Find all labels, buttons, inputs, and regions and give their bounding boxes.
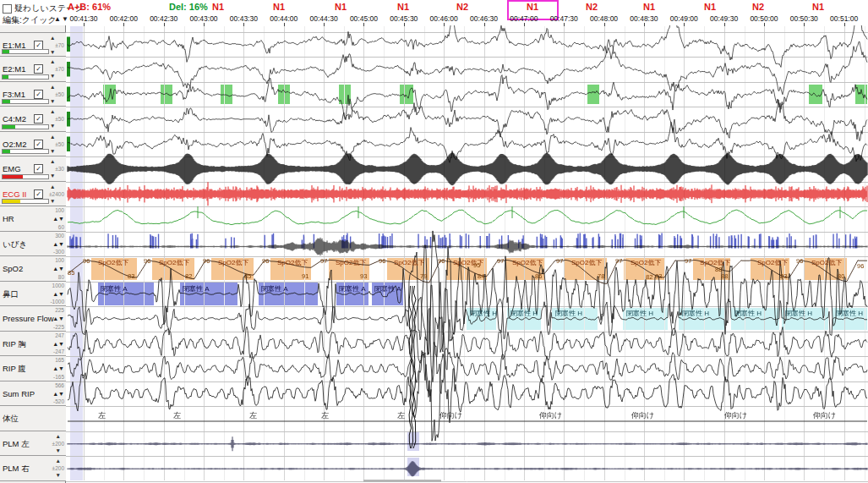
stage-label[interactable]: N1 — [390, 2, 416, 12]
channel-name-label: HR — [3, 214, 14, 223]
desat-event-label: SpO2低下 — [336, 258, 366, 267]
channel-visible-checkbox[interactable]: ✓ — [34, 64, 43, 74]
waveform-canvas[interactable] — [66, 25, 868, 483]
range-spinner[interactable]: ▲▼ — [52, 365, 64, 371]
hypopnea-event-label: 閉塞性 H — [470, 309, 497, 318]
channel-name-label: F3:M1 — [3, 90, 25, 99]
scale-up-button[interactable]: ▲ — [50, 108, 55, 114]
time-label: 00:50:00 — [745, 14, 783, 23]
channel-name-label: RIP 胸 — [3, 339, 26, 350]
desat-event-label: SpO2低下 — [277, 258, 308, 267]
desat-event-label: SpO2低下 — [631, 258, 661, 267]
suspicious-stage-checkbox[interactable] — [3, 4, 12, 14]
scale-up-button[interactable]: ▲ — [56, 458, 61, 464]
scale-up-button[interactable]: ▲ — [50, 184, 55, 189]
channel-cell: EMG✓▲▼±30 — [0, 156, 66, 182]
channel-scale-value: ±2400 — [49, 191, 64, 197]
channel-name-label: Sum RIP — [3, 389, 35, 398]
channel-cell: C4:M2✓▲▼±50 — [0, 107, 66, 132]
stage-label[interactable]: N1 — [205, 2, 231, 12]
channel-visible-checkbox[interactable]: ✓ — [34, 90, 43, 99]
channel-name-label: ECG II — [3, 189, 27, 199]
channel-scale-value: ±30 — [55, 166, 64, 172]
range-top-value: 100 — [55, 207, 64, 213]
channel-cell: RIP 胸247▲▼-247 — [0, 332, 66, 357]
stage-label[interactable]: N1 — [805, 2, 831, 12]
scale-down-button[interactable]: ▼ — [50, 198, 55, 204]
channel-cell: E1:M1✓▲▼±70 — [0, 32, 66, 58]
body-position-supine-label: 仰向け — [724, 410, 747, 421]
range-bottom-value: -165 — [53, 374, 64, 380]
channel-cell: ECG II✓▲▼±2400 — [0, 182, 66, 207]
channel-scale-value: ±70 — [55, 42, 64, 48]
desat-event-label: SpO2低下 — [571, 258, 602, 267]
range-spinner[interactable]: ▲▼ — [52, 216, 64, 222]
channel-cell: Sum RIP566▲▼-520 — [0, 381, 66, 407]
channel-cell: O2:M2✓▲▼±50 — [0, 132, 66, 157]
scale-down-button[interactable]: ▼ — [50, 98, 55, 104]
range-top-value: 100 — [55, 257, 64, 263]
scale-up-button[interactable]: ▲ — [50, 35, 55, 41]
range-spinner[interactable]: ▲▼ — [52, 266, 64, 272]
body-position-left-label: 左 — [98, 410, 106, 421]
apnea-event-label: 閉塞性 A — [101, 284, 128, 294]
time-label: 00:47:00 — [505, 14, 543, 23]
scale-down-button[interactable]: ▼ — [56, 472, 61, 478]
channel-visible-checkbox[interactable]: ✓ — [34, 140, 43, 149]
range-spinner[interactable]: ▲▼ — [52, 341, 64, 347]
psg-viewer-window: 疑わしいステージ A+B: 61% Del: 16% 編集:クイック ▲▼ N1… — [0, 0, 868, 483]
spo2-high-value: 96 — [262, 257, 269, 265]
range-spinner[interactable]: ▲▼ — [52, 241, 64, 247]
hypopnea-event-label: 閉塞性 H — [836, 309, 863, 318]
channel-visible-checkbox[interactable]: ✓ — [34, 114, 43, 123]
channel-visible-checkbox[interactable]: ✓ — [34, 189, 43, 199]
spo2-low-value: 82 — [185, 272, 192, 280]
scale-down-button[interactable]: ▼ — [50, 49, 55, 55]
stage-label[interactable]: N1 — [328, 2, 353, 12]
stage-label[interactable]: N2 — [579, 2, 604, 12]
spo2-low-value: 83 — [655, 272, 662, 280]
scale-down-button[interactable]: ▼ — [50, 148, 55, 154]
body-position-supine-label: 仰向け — [631, 410, 654, 421]
signal-quality-bar — [2, 149, 49, 154]
body-position-left-label: 左 — [173, 410, 181, 421]
body-position-left-label: 左 — [397, 410, 405, 421]
signal-quality-bar — [2, 174, 49, 179]
range-spinner[interactable]: ▲▼ — [52, 291, 64, 297]
spo2-low-value: 78 — [598, 272, 604, 280]
scale-down-button[interactable]: ▼ — [50, 73, 55, 79]
h-scrollbar-thumb[interactable] — [363, 480, 441, 482]
desat-event-label: SpO2低下 — [757, 258, 788, 267]
stage-label[interactable]: N1 — [266, 2, 292, 12]
range-spinner[interactable]: ▲▼ — [52, 391, 64, 397]
apnea-event-label: 閉塞性 A — [183, 284, 210, 294]
channel-cell: いびき300▲▼-300 — [0, 232, 66, 257]
channel-cell: HR100▲▼60 — [0, 206, 66, 232]
scale-up-button[interactable]: ▲ — [50, 134, 55, 140]
scale-down-button[interactable]: ▼ — [50, 123, 55, 129]
signal-quality-fill — [3, 75, 8, 79]
scale-up-button[interactable]: ▲ — [50, 158, 55, 164]
stage-label[interactable]: N2 — [450, 2, 475, 12]
channel-visible-checkbox[interactable]: ✓ — [34, 164, 43, 173]
scale-up-button[interactable]: ▲ — [56, 433, 61, 439]
scale-up-button[interactable]: ▲ — [50, 58, 55, 64]
time-label: 00:45:30 — [385, 14, 423, 23]
signal-quality-fill — [3, 175, 23, 178]
range-bottom-value: -247 — [53, 349, 64, 354]
signal-quality-bar — [2, 99, 49, 104]
channel-name-label: C4:M2 — [3, 114, 26, 123]
stage-label[interactable]: N1 — [636, 2, 662, 12]
channel-cell: E2:M1✓▲▼±70 — [0, 57, 66, 82]
channel-visible-checkbox[interactable]: ✓ — [34, 41, 43, 50]
scale-down-button[interactable]: ▼ — [56, 447, 61, 453]
range-spinner[interactable]: ▲▼ — [52, 316, 64, 321]
spo2-low-value: 80 — [838, 272, 844, 280]
channel-name-label: Pressure Flow — [3, 314, 54, 323]
channel-name-label: PLM 左 — [3, 439, 30, 450]
scale-down-button[interactable]: ▼ — [50, 173, 55, 178]
stage-label[interactable]: N1 — [697, 2, 723, 12]
stage-label[interactable]: N2 — [745, 2, 771, 12]
scale-up-button[interactable]: ▲ — [50, 84, 55, 90]
spo2-low-value: 88 — [721, 272, 728, 280]
